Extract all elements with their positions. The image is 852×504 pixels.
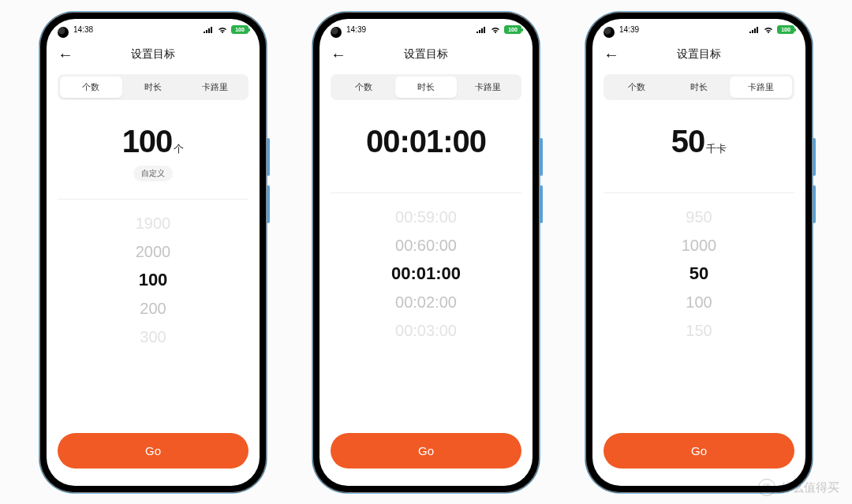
side-button-icon (813, 138, 816, 176)
battery-icon: 100 (504, 25, 521, 34)
nav-bar: ← 设置目标 (320, 41, 532, 68)
signal-icon (476, 26, 487, 34)
goal-value: 00:01:00 (366, 124, 486, 159)
status-time: 14:39 (619, 25, 639, 34)
divider (331, 192, 521, 193)
camera-hole-icon (331, 27, 342, 38)
goal-unit: 个 (174, 143, 184, 155)
side-button-icon (540, 185, 543, 223)
picker-option[interactable]: 950 (686, 203, 712, 231)
picker-option[interactable]: 1900 (136, 209, 171, 237)
picker-option[interactable]: 150 (686, 316, 712, 345)
picker-option[interactable]: 100 (686, 288, 712, 316)
page-title: 设置目标 (58, 47, 248, 62)
page-title: 设置目标 (331, 47, 521, 62)
status-bar: 14:39 100 (320, 19, 532, 41)
picker-option[interactable]: 2000 (136, 237, 171, 266)
wifi-icon (763, 26, 774, 34)
goal-value-row: 00:01:00 (320, 124, 532, 159)
status-bar: 14:38 100 (47, 19, 260, 41)
go-button[interactable]: Go (58, 433, 248, 469)
picker-option[interactable]: 00:02:00 (395, 288, 457, 316)
value-picker[interactable]: 00:59:00 00:60:00 00:01:00 00:02:00 00:0… (320, 198, 532, 425)
status-bar: 14:39 100 (592, 19, 805, 41)
tab-calories[interactable]: 卡路里 (457, 77, 519, 98)
goal-tabs: 个数 时长 卡路里 (58, 74, 248, 100)
tab-duration[interactable]: 时长 (668, 77, 731, 98)
goal-tabs: 个数 时长 卡路里 (604, 74, 794, 100)
picker-option[interactable]: 00:03:00 (395, 316, 457, 345)
camera-hole-icon (604, 27, 615, 38)
picker-selected[interactable]: 50 (689, 259, 708, 288)
battery-icon: 100 (777, 25, 794, 34)
page-title: 设置目标 (604, 47, 794, 62)
picker-option[interactable]: 00:59:00 (395, 203, 457, 231)
screen: 14:38 100 ← 设置目标 个数 时长 卡路里 (47, 19, 260, 486)
side-button-icon (540, 138, 543, 176)
nav-bar: ← 设置目标 (592, 41, 805, 68)
goal-value-row: 100个 (47, 124, 260, 159)
value-picker[interactable]: 1900 2000 100 200 300 (47, 204, 260, 425)
goal-hero: 100个 自定义 (47, 100, 260, 189)
battery-icon: 100 (231, 25, 248, 34)
tab-calories[interactable]: 卡路里 (730, 77, 792, 98)
picker-option[interactable]: 00:60:00 (395, 231, 457, 259)
goal-value: 50 (671, 124, 705, 159)
stage: 14:38 100 ← 设置目标 个数 时长 卡路里 (0, 0, 852, 504)
divider (58, 199, 248, 200)
tab-count[interactable]: 个数 (606, 77, 668, 98)
divider (604, 192, 794, 193)
screen: 14:39 100 ← 设置目标 个数 时长 卡路里 (320, 19, 532, 486)
goal-hero: 00:01:00 (320, 100, 532, 183)
value-picker[interactable]: 950 1000 50 100 150 (592, 198, 805, 425)
camera-hole-icon (58, 27, 69, 38)
tab-count[interactable]: 个数 (60, 77, 122, 98)
picker-selected[interactable]: 100 (139, 266, 168, 294)
tab-count[interactable]: 个数 (333, 77, 395, 98)
signal-icon (749, 26, 760, 34)
goal-tabs: 个数 时长 卡路里 (331, 74, 521, 100)
tab-calories[interactable]: 卡路里 (184, 77, 246, 98)
custom-button[interactable]: 自定义 (133, 166, 173, 181)
goal-unit: 千卡 (706, 143, 727, 155)
wifi-icon (490, 26, 501, 34)
nav-bar: ← 设置目标 (47, 41, 260, 68)
picker-selected[interactable]: 00:01:00 (391, 259, 461, 288)
tab-duration[interactable]: 时长 (122, 77, 185, 98)
go-button[interactable]: Go (604, 433, 794, 469)
goal-value: 100 (122, 124, 173, 159)
phone-frame: 14:39 100 ← 设置目标 个数 时长 卡路里 (585, 12, 813, 493)
go-button[interactable]: Go (331, 433, 521, 469)
status-time: 14:39 (346, 25, 366, 34)
side-button-icon (813, 185, 816, 223)
side-button-icon (267, 138, 270, 176)
phone-frame: 14:39 100 ← 设置目标 个数 时长 卡路里 (312, 12, 540, 493)
picker-option[interactable]: 1000 (682, 231, 717, 259)
status-time: 14:38 (73, 25, 93, 34)
picker-option[interactable]: 300 (140, 323, 166, 351)
screen: 14:39 100 ← 设置目标 个数 时长 卡路里 (592, 19, 805, 486)
tab-duration[interactable]: 时长 (395, 77, 458, 98)
signal-icon (203, 26, 214, 34)
goal-hero: 50千卡 (592, 100, 805, 183)
goal-value-row: 50千卡 (592, 124, 805, 159)
phone-frame: 14:38 100 ← 设置目标 个数 时长 卡路里 (39, 12, 267, 493)
picker-option[interactable]: 200 (140, 294, 166, 323)
wifi-icon (217, 26, 228, 34)
side-button-icon (267, 185, 270, 223)
